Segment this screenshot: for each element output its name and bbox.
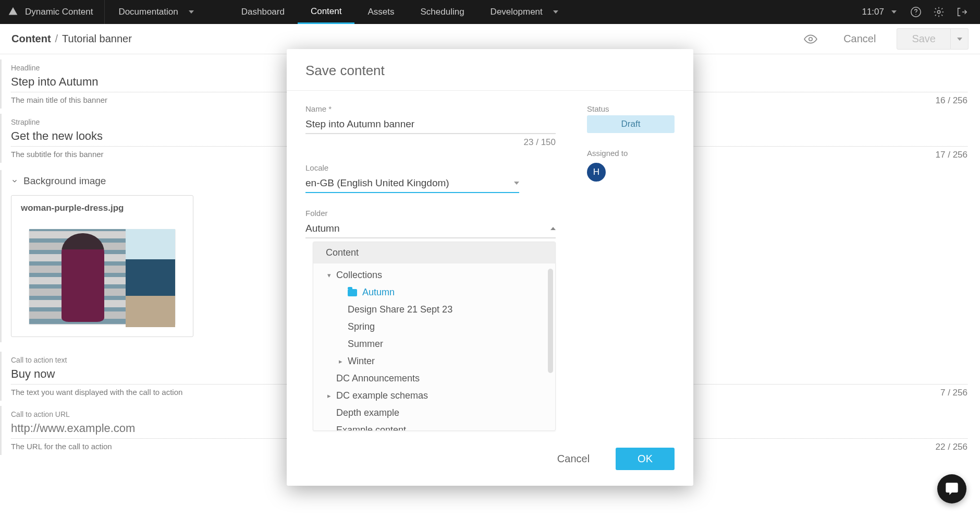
chat-icon	[945, 482, 959, 496]
tree-node-collections[interactable]: ▾Collections	[313, 267, 555, 284]
tree-node-spring[interactable]: Spring	[313, 318, 555, 335]
tree-label: Spring	[348, 321, 375, 332]
tree-node-summer[interactable]: Summer	[313, 335, 555, 353]
folder-tree-dropdown: Content ▾Collections Autumn Design Share…	[313, 242, 556, 431]
tree-label: DC example schemas	[336, 390, 428, 401]
name-label: Name *	[305, 104, 556, 113]
assigned-label: Assigned to	[587, 149, 675, 158]
tree-label: Depth example	[336, 407, 399, 418]
chevron-right-icon: ▸	[337, 357, 344, 365]
tree-label: Autumn	[362, 287, 395, 298]
chevron-down-icon	[514, 182, 519, 185]
name-input[interactable]	[305, 115, 556, 134]
status-value: Draft	[587, 115, 675, 133]
tree-label: Summer	[348, 339, 383, 350]
folder-select[interactable]: Autumn	[305, 220, 556, 238]
tree-label: Design Share 21 Sept 23	[348, 304, 452, 315]
locale-value: en-GB (English United Kingdom)	[305, 177, 449, 189]
folder-field: Folder Autumn	[305, 209, 556, 238]
tree-node-dc-schemas[interactable]: ▸DC example schemas	[313, 387, 555, 404]
assigned-field: Assigned to H	[587, 149, 675, 182]
locale-label: Locale	[305, 163, 556, 172]
locale-field: Locale en-GB (English United Kingdom)	[305, 163, 556, 193]
chevron-up-icon	[550, 227, 556, 230]
folder-tree-header[interactable]: Content	[313, 242, 555, 263]
chevron-right-icon: ▸	[326, 392, 332, 400]
tree-node-autumn[interactable]: Autumn	[313, 284, 555, 301]
dialog-ok-button[interactable]: OK	[616, 448, 675, 470]
scrollbar[interactable]	[548, 269, 553, 373]
chat-launcher[interactable]	[937, 474, 966, 503]
tree-node-design-share[interactable]: Design Share 21 Sept 23	[313, 301, 555, 318]
folder-icon	[348, 289, 357, 296]
chevron-down-icon: ▾	[326, 271, 332, 279]
assigned-avatar[interactable]: H	[587, 163, 606, 182]
tree-node-depth-example[interactable]: Depth example	[313, 404, 555, 422]
dialog-cancel-button[interactable]: Cancel	[544, 448, 603, 470]
modal-overlay: Save content Name * 23 / 150 Locale en-G…	[0, 0, 980, 516]
tree-label: Example content	[336, 425, 406, 430]
tree-label: DC Announcements	[336, 373, 420, 384]
tree-node-winter[interactable]: ▸Winter	[313, 353, 555, 370]
name-counter: 23 / 150	[305, 137, 556, 148]
locale-select[interactable]: en-GB (English United Kingdom)	[305, 174, 519, 193]
tree-label: Collections	[336, 270, 382, 281]
name-field: Name * 23 / 150	[305, 104, 556, 148]
save-content-dialog: Save content Name * 23 / 150 Locale en-G…	[287, 49, 693, 486]
tree-node-dc-announcements[interactable]: DC Announcements	[313, 370, 555, 387]
tree-node-example-content[interactable]: Example content	[313, 422, 555, 430]
dialog-title: Save content	[287, 49, 693, 91]
tree-label: Winter	[348, 356, 375, 367]
status-field: Status Draft	[587, 104, 675, 133]
folder-value: Autumn	[305, 223, 339, 234]
dialog-footer: Cancel OK	[287, 436, 693, 486]
folder-label: Folder	[305, 209, 556, 218]
status-label: Status	[587, 104, 675, 113]
